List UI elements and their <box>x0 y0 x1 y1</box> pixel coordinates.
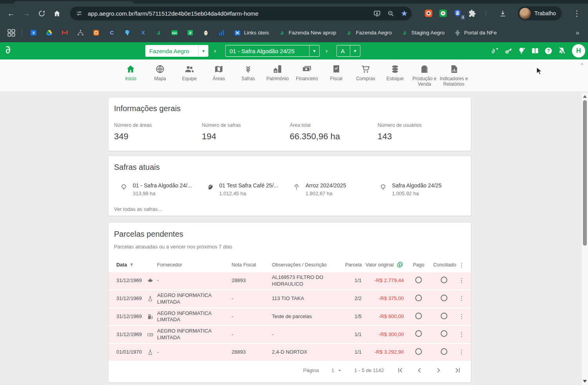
bookmark-favicon-orange-app[interactable] <box>88 27 104 39</box>
extension-shield[interactable]: 4 <box>453 9 462 18</box>
browser-menu-button[interactable]: ⋮ <box>570 7 584 20</box>
extensions-menu-button[interactable] <box>467 9 477 18</box>
bookmark-favicon-x-blue[interactable]: X <box>135 27 151 39</box>
profile-button[interactable]: Trabalho <box>518 6 562 20</box>
page-selector[interactable]: 1 <box>331 367 342 373</box>
column-parcela[interactable]: Parcela <box>345 262 362 268</box>
table-row[interactable]: 31/12/1969 - 28893 AL169573 FILTRO DO HI… <box>109 272 471 290</box>
safra-item[interactable]: Arroz 2024/20251.802,67 ha <box>293 182 379 196</box>
bookmark-favicon-tree-gray[interactable] <box>72 27 88 39</box>
scroll-up-arrow[interactable] <box>583 95 587 98</box>
bookmark-favicon-aegro-text[interactable]: ∂ <box>151 27 166 39</box>
page-scrollbar[interactable] <box>581 93 588 385</box>
bookmark-favicon-gmail[interactable] <box>57 27 72 39</box>
bookmark-portal-da-nfe[interactable]: Portal da NFe <box>449 27 501 39</box>
nav-mapa[interactable]: Mapa <box>145 64 175 87</box>
table-row[interactable]: 31/12/1969 AEGRO INFORMATICA LIMITADA - … <box>109 326 471 344</box>
conciliado-radio[interactable] <box>441 277 447 283</box>
nav-compras[interactable]: Compras <box>351 64 380 87</box>
reload-button[interactable] <box>35 7 49 20</box>
caret-down-icon[interactable]: ▼ <box>198 45 208 57</box>
bookmark-fazenda-aegro[interactable]: ∂Fazenda Aegro <box>341 27 396 39</box>
bookmark-favicon-aegro-badge[interactable]: aegro <box>166 27 182 39</box>
browser-active-tab[interactable] <box>14 1 133 4</box>
pago-radio[interactable] <box>415 277 422 283</box>
column-valor-original[interactable]: Valor original$ <box>362 261 404 269</box>
bookmark-staging-aegro[interactable]: ∂Staging Aegro <box>396 27 449 39</box>
conciliado-radio[interactable] <box>441 295 447 301</box>
conciliado-radio[interactable] <box>441 348 447 355</box>
row-menu-button[interactable]: ⋮ <box>455 295 468 303</box>
table-row[interactable]: 01/01/1970 - 28893 2,4-D NORTOX 1/1 -R$ … <box>109 344 471 362</box>
pago-radio[interactable] <box>415 330 422 337</box>
conciliado-radio[interactable] <box>441 330 447 337</box>
extension-camera[interactable] <box>424 9 433 18</box>
nav-a-reas[interactable]: Áreas <box>204 64 233 87</box>
bookmark-favicon-gdrive[interactable] <box>41 27 57 39</box>
bookmark-favicon-aegro-square[interactable]: ∂ <box>182 27 198 39</box>
column-pago[interactable]: Pago <box>404 262 433 268</box>
pago-radio[interactable] <box>415 295 422 301</box>
safra-item[interactable]: 01 Test Safra Café 25/...1.012,45 ha <box>206 182 293 196</box>
nav-ini-cio[interactable]: Início <box>116 64 145 87</box>
back-button[interactable]: ← <box>4 7 18 20</box>
farm-selector[interactable]: Fazenda Aegro ▼ <box>145 45 208 57</box>
cell-valor: -R$ 375,00 <box>362 295 404 302</box>
forward-button[interactable]: → <box>20 7 33 20</box>
scrollbar-thumb[interactable] <box>583 100 587 246</box>
table-row[interactable]: 31/12/1969 AEGRO INFORMATICA LIMITADA - … <box>109 290 471 308</box>
nav-indicadores-e-relato-rios[interactable]: Indicadores e Relatórios <box>439 64 469 87</box>
nav-financeiro[interactable]: Financeiro <box>292 64 322 87</box>
bookmark-favicon-parrot[interactable] <box>119 27 135 39</box>
nav-produc-a-o-e-venda[interactable]: Produção e Venda <box>410 64 439 87</box>
view-all-safras-link[interactable]: Ver todas as safras... <box>114 206 465 212</box>
collapse-nav-button[interactable]: ^ <box>581 62 583 68</box>
orange-app-icon <box>92 29 100 36</box>
nav-label: Safras <box>241 76 255 82</box>
bookmark-favicon-egg[interactable] <box>198 27 213 39</box>
area-selector[interactable]: A ▼ <box>337 45 360 57</box>
safra-selector[interactable]: 01 - Safra Algodão 24/25 ▼ <box>225 45 320 57</box>
bookmark-fazenda-new-aprop[interactable]: ∂Fazenda New aprop <box>274 27 341 39</box>
row-menu-button[interactable]: ⋮ <box>455 277 468 285</box>
safra-item[interactable]: 01 - Safra Algodão 24/...313,98 ha <box>120 182 206 196</box>
extension-player[interactable] <box>438 9 448 18</box>
cell-valor: -R$ 2.779,44 <box>362 277 404 284</box>
coffee-icon <box>206 183 214 191</box>
bookmarks-overflow-button[interactable]: » <box>572 29 583 37</box>
safra-item[interactable]: Safra Algodão 24/251.005,92 ha <box>379 182 466 196</box>
row-menu-button[interactable]: ⋮ <box>455 348 468 356</box>
downloads-button[interactable] <box>496 7 510 20</box>
bookmark-star-icon[interactable]: ★ <box>401 9 408 17</box>
bookmark-favicon-gcal[interactable]: 3 <box>25 27 41 39</box>
bookmark-links-u-teis[interactable]: Links úteis <box>229 27 274 39</box>
column-fornecedor[interactable]: Fornecedor <box>157 262 232 268</box>
table-menu-button[interactable]: ⋮ <box>455 261 468 269</box>
column-conciliado[interactable]: Conciliado <box>433 262 455 268</box>
nav-patrimo-nio[interactable]: Patrimônio <box>263 64 292 87</box>
nav-estoque[interactable]: Estoque <box>380 64 410 87</box>
url-text[interactable]: app.aegro.com.br/farm/5711512de4b0e15eb0… <box>88 10 370 17</box>
row-menu-button[interactable]: ⋮ <box>455 331 468 339</box>
bookmark-favicon-chart-blue[interactable] <box>213 27 229 39</box>
pago-radio[interactable] <box>415 313 422 319</box>
scroll-down-arrow[interactable] <box>583 380 587 383</box>
column-nota-fiscal[interactable]: Nota Fiscal <box>232 262 272 268</box>
column-observacoes[interactable]: Observações / Descrição <box>272 262 345 268</box>
nav-fiscal[interactable]: Fiscal <box>322 64 351 87</box>
bookmark-favicon-c-blue[interactable]: C <box>104 27 119 39</box>
home-button[interactable] <box>50 7 64 20</box>
nav-equipe[interactable]: Equipe <box>175 64 204 87</box>
table-row[interactable]: 31/12/1969 AEGRO INFORMATICA LIMITADA - … <box>109 308 471 326</box>
cell-date: 31/12/1969 <box>116 331 147 338</box>
caret-down-icon[interactable]: ▼ <box>350 45 360 56</box>
conciliado-radio[interactable] <box>441 313 447 319</box>
aegro-logo[interactable]: ∂ <box>4 43 11 56</box>
row-menu-button[interactable]: ⋮ <box>455 313 468 321</box>
address-bar[interactable]: app.aegro.com.br/farm/5711512de4b0e15eb0… <box>70 7 412 20</box>
column-data[interactable]: Data <box>116 262 147 268</box>
user-avatar[interactable]: H <box>572 44 585 58</box>
pago-radio[interactable] <box>415 348 422 355</box>
nav-safras[interactable]: Safras <box>233 64 263 87</box>
caret-down-icon[interactable]: ▼ <box>309 45 319 56</box>
